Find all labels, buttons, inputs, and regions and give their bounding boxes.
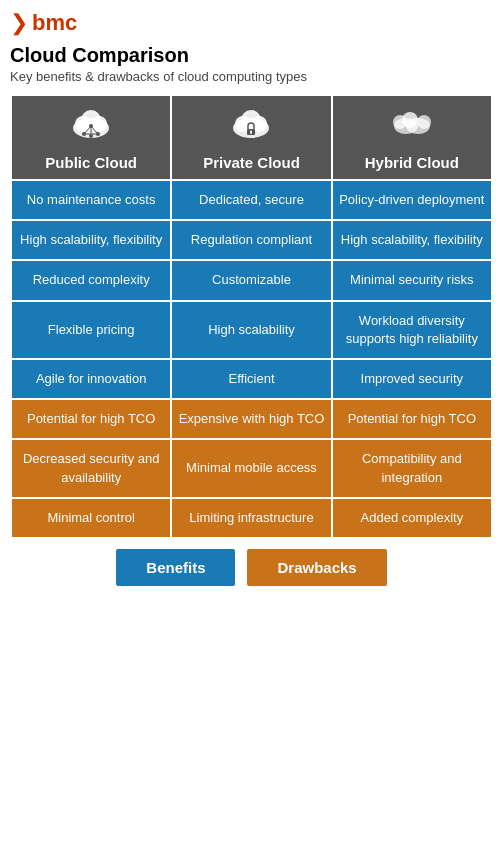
drawback-cell-2-0: Minimal control [11,498,171,538]
table-wrapper: Public Cloud [10,94,493,539]
benefit-cell-0-1: Dedicated, secure [171,180,331,220]
benefit-row-3: Flexible pricingHigh scalabilityWorkload… [11,301,492,359]
header-public-cloud: Public Cloud [11,95,171,180]
col-header-1: Private Cloud [203,154,300,171]
benefit-cell-2-2: Minimal security risks [332,260,492,300]
benefit-cell-1-0: High scalability, flexibility [11,220,171,260]
hybrid-cloud-icon [339,106,485,150]
page-subtitle: Key benefits & drawbacks of cloud comput… [10,69,493,84]
table-header-row: Public Cloud [11,95,492,180]
benefit-row-4: Agile for innovationEfficientImproved se… [11,359,492,399]
benefit-row-1: High scalability, flexibilityRegulation … [11,220,492,260]
benefit-cell-4-1: Efficient [171,359,331,399]
benefit-row-0: No maintenance costsDedicated, securePol… [11,180,492,220]
svg-point-16 [241,110,261,130]
benefit-cell-4-2: Improved security [332,359,492,399]
drawback-cell-2-1: Limiting infrastructure [171,498,331,538]
benefit-cell-0-0: No maintenance costs [11,180,171,220]
benefit-cell-2-1: Customizable [171,260,331,300]
drawback-cell-2-2: Added complexity [332,498,492,538]
header-logo: ❯ bmc [10,10,493,36]
header-private-cloud: Private Cloud [171,95,331,180]
benefit-cell-1-2: High scalability, flexibility [332,220,492,260]
footer-buttons: Benefits Drawbacks [10,549,493,586]
drawback-cell-1-1: Minimal mobile access [171,439,331,497]
page-title: Cloud Comparison [10,44,493,67]
svg-point-5 [89,134,93,138]
benefit-cell-3-1: High scalability [171,301,331,359]
public-cloud-icon [18,106,164,150]
drawbacks-button[interactable]: Drawbacks [247,549,386,586]
benefit-cell-0-2: Policy-driven deployment [332,180,492,220]
benefit-cell-1-1: Regulation compliant [171,220,331,260]
drawback-cell-0-2: Potential for high TCO [332,399,492,439]
drawback-cell-0-1: Expensive with high TCO [171,399,331,439]
drawback-cell-1-0: Decreased security and availability [11,439,171,497]
benefit-cell-3-0: Flexible pricing [11,301,171,359]
logo-chevron-icon: ❯ [10,10,28,36]
drawback-row-0: Potential for high TCOExpensive with hig… [11,399,492,439]
header-hybrid-cloud: Hybrid Cloud [332,95,492,180]
benefit-cell-2-0: Reduced complexity [11,260,171,300]
col-header-2: Hybrid Cloud [365,154,459,171]
private-cloud-icon [178,106,324,150]
drawback-row-1: Decreased security and availabilityMinim… [11,439,492,497]
benefit-cell-3-2: Workload diversity supports high reliabi… [332,301,492,359]
col-header-0: Public Cloud [45,154,137,171]
benefit-row-2: Reduced complexityCustomizableMinimal se… [11,260,492,300]
comparison-table: Public Cloud [10,94,493,539]
svg-rect-19 [251,132,252,134]
benefits-button[interactable]: Benefits [116,549,235,586]
drawback-row-2: Minimal controlLimiting infrastructureAd… [11,498,492,538]
drawback-cell-1-2: Compatibility and integration [332,439,492,497]
svg-point-24 [417,115,431,129]
drawback-cell-0-0: Potential for high TCO [11,399,171,439]
logo-text: bmc [32,10,77,36]
benefit-cell-4-0: Agile for innovation [11,359,171,399]
